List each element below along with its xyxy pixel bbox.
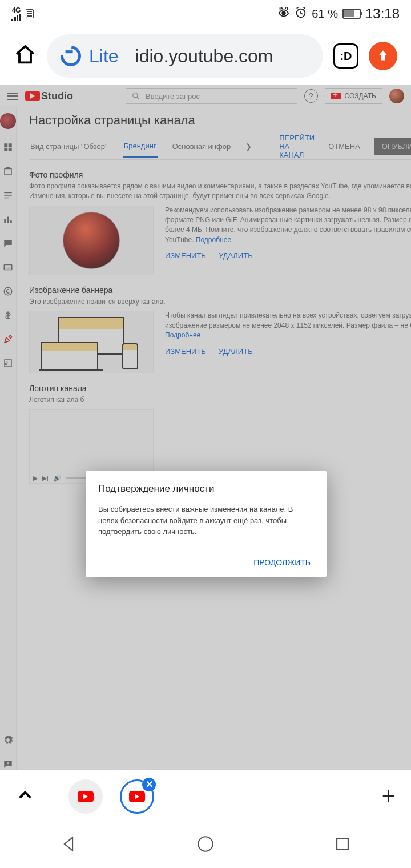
- tab-layout[interactable]: Вид страницы "Обзор": [29, 136, 109, 156]
- clock: 13:18: [365, 6, 400, 22]
- close-tab-button[interactable]: ✕: [142, 778, 156, 791]
- svg-rect-9: [7, 217, 9, 223]
- profile-photo-section: Фото профиля Фото профиля показывается р…: [29, 170, 411, 275]
- tab-info[interactable]: Основная инфор: [171, 136, 232, 156]
- main-content: Настройка страницы канала Вид страницы "…: [17, 107, 411, 770]
- svg-point-0: [283, 11, 286, 15]
- banner-change-button[interactable]: ИЗМЕНИТЬ: [165, 347, 206, 357]
- address-bar[interactable]: Lite idio.youtube.com: [47, 34, 323, 78]
- svg-point-12: [4, 287, 12, 295]
- sidebar-settings-icon[interactable]: [2, 734, 14, 746]
- svg-rect-6: [9, 148, 12, 151]
- logo-desc: Логотип канала б: [29, 395, 411, 405]
- lite-mode-label: Lite: [89, 46, 119, 67]
- svg-rect-3: [4, 143, 7, 147]
- browser-tabs-strip: ✕ +: [0, 770, 411, 822]
- banner-delete-button[interactable]: УДАЛИТЬ: [219, 347, 253, 357]
- banner-preview: [29, 311, 154, 373]
- camera-icon: [331, 93, 341, 99]
- play-icon: [25, 91, 40, 101]
- modal-body: Вы собираетесь внести важные изменения н…: [98, 504, 314, 537]
- browser-tab-youtube-1[interactable]: [68, 779, 103, 814]
- svg-point-2: [133, 93, 138, 98]
- sidebar-audio-icon[interactable]: [2, 357, 14, 369]
- profile-picture: [63, 212, 120, 269]
- profile-desc: Фото профиля показывается рядом с вашими…: [29, 182, 411, 201]
- svg-rect-15: [7, 765, 9, 766]
- svg-rect-11: [4, 265, 12, 270]
- browser-home-button[interactable]: [14, 43, 37, 69]
- back-button[interactable]: [59, 834, 78, 856]
- home-button[interactable]: [196, 834, 215, 856]
- logo-section: Логотип канала Логотип канала б ▶ ▶| 🔊 ⚙: [29, 384, 411, 484]
- svg-rect-7: [5, 169, 11, 175]
- banner-desc: Это изображение появится вверху канала.: [29, 297, 411, 307]
- search-icon: [132, 92, 140, 100]
- sidebar-subtitles-icon[interactable]: [2, 262, 14, 273]
- banner-title: Изображение баннера: [29, 286, 411, 295]
- sidebar-comments-icon[interactable]: [2, 238, 14, 249]
- svg-point-16: [198, 837, 213, 851]
- eye-icon: [277, 6, 290, 22]
- identity-confirmation-modal: Подтверждение личности Вы собираетесь вн…: [86, 471, 327, 577]
- profile-preview: [29, 206, 154, 275]
- profile-delete-button[interactable]: УДАЛИТЬ: [219, 251, 253, 262]
- sidebar-feedback-icon[interactable]: [2, 758, 14, 770]
- youtube-icon: [129, 791, 145, 802]
- sidebar: [0, 107, 17, 770]
- url-text: idio.youtube.com: [135, 46, 273, 67]
- download-manager-button[interactable]: [369, 42, 397, 70]
- signal-icon: [11, 14, 21, 21]
- help-button[interactable]: ?: [304, 89, 318, 103]
- go-to-channel-button[interactable]: ПЕРЕЙТИ НА КАНАЛ: [279, 134, 315, 159]
- search-placeholder: Введите запрос: [146, 92, 200, 101]
- publish-button[interactable]: ОПУБЛИКОВАТЬ: [374, 138, 411, 155]
- new-tab-button[interactable]: +: [382, 783, 395, 809]
- account-avatar[interactable]: [389, 89, 404, 103]
- sidebar-dashboard-icon[interactable]: [2, 142, 14, 153]
- modal-title: Подтверждение личности: [98, 483, 314, 495]
- profile-more-link[interactable]: Подробнее: [196, 236, 231, 244]
- create-button[interactable]: СОЗДАТЬ: [325, 88, 382, 104]
- svg-rect-10: [10, 220, 12, 223]
- tabs-button[interactable]: :D: [333, 43, 358, 69]
- sim-icon: [26, 9, 34, 18]
- android-nav-bar: [0, 822, 411, 868]
- menu-button[interactable]: [7, 93, 18, 100]
- sidebar-content-icon[interactable]: [2, 166, 14, 177]
- recents-button[interactable]: [333, 834, 352, 856]
- battery-icon: [342, 9, 361, 19]
- next-icon: ▶|: [42, 475, 49, 482]
- page-title: Настройка страницы канала: [29, 113, 195, 128]
- webpage-viewport: Studio Введите запрос ? СОЗДАТЬ: [0, 85, 411, 770]
- sidebar-customization-icon[interactable]: [2, 333, 14, 345]
- youtube-studio-logo[interactable]: Studio: [25, 90, 73, 102]
- laptop-device-icon: [41, 342, 98, 371]
- youtube-icon: [78, 791, 94, 802]
- profile-change-button[interactable]: ИЗМЕНИТЬ: [165, 251, 206, 262]
- svg-rect-4: [9, 143, 12, 147]
- browser-bar: Lite idio.youtube.com :D: [0, 27, 411, 85]
- phone-device-icon: [122, 343, 138, 369]
- youtube-header: Studio Введите запрос ? СОЗДАТЬ: [0, 85, 411, 107]
- profile-title: Фото профиля: [29, 170, 411, 179]
- expand-tabs-button[interactable]: [16, 786, 34, 807]
- sidebar-copyright-icon[interactable]: [2, 286, 14, 297]
- sidebar-playlists-icon[interactable]: [2, 190, 14, 201]
- volume-icon: 🔊: [53, 475, 61, 482]
- chevron-right-icon[interactable]: ❯: [245, 142, 252, 151]
- continue-button[interactable]: ПРОДОЛЖИТЬ: [250, 553, 314, 572]
- cancel-button[interactable]: ОТМЕНА: [328, 142, 360, 151]
- svg-rect-5: [4, 148, 7, 151]
- sidebar-channel-avatar[interactable]: [0, 113, 16, 129]
- sidebar-monetization-icon[interactable]: [2, 310, 14, 321]
- tab-branding[interactable]: Брендинг: [123, 136, 158, 158]
- android-status-bar: 4G 61 % 13:18: [0, 0, 411, 27]
- browser-tab-youtube-2-active[interactable]: ✕: [120, 779, 154, 814]
- banner-more-link[interactable]: Подробнее: [165, 331, 200, 339]
- tabs-row: Вид страницы "Обзор" Брендинг Основная и…: [29, 134, 411, 160]
- sidebar-analytics-icon[interactable]: [2, 214, 14, 225]
- svg-rect-14: [7, 762, 9, 764]
- logo-title: Логотип канала: [29, 384, 411, 393]
- search-input[interactable]: Введите запрос: [126, 88, 297, 104]
